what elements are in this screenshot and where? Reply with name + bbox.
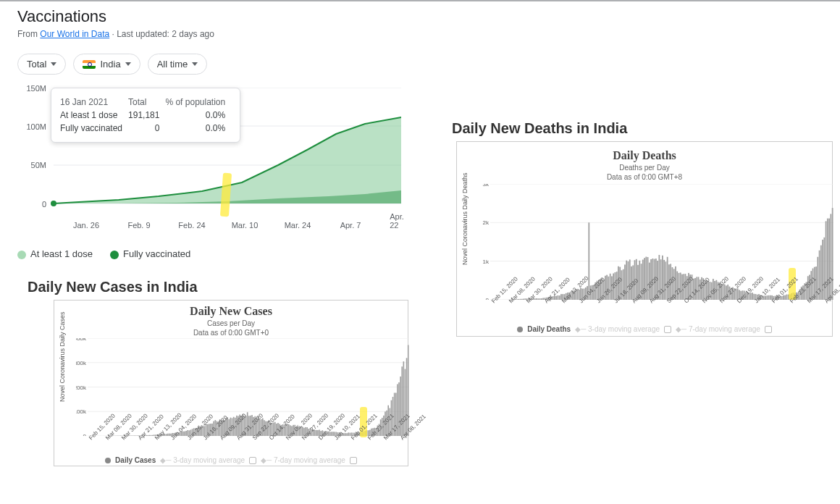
svg-rect-340	[667, 257, 668, 300]
svg-text:100k: 100k	[76, 408, 87, 415]
daily-cases-heading: Daily New Cases in India	[28, 279, 423, 295]
cases-legend-ma7: ◆─ 7-day moving average	[261, 456, 345, 464]
deaths-legend-main: Daily Deaths	[527, 325, 571, 333]
tooltip-row2-label: Fully vaccinated	[60, 122, 128, 135]
svg-rect-222	[406, 358, 408, 436]
x-tick: Apr. 22	[390, 212, 404, 230]
cases-legend-ma3-label: 3-day moving average	[173, 456, 245, 464]
legend-dose1-label: At least 1 dose	[30, 248, 93, 259]
checkbox-ma3[interactable]	[249, 457, 256, 464]
svg-rect-77	[184, 432, 185, 436]
svg-text:400k: 400k	[76, 338, 87, 342]
x-tick: Feb. 9	[127, 221, 150, 230]
chip-range[interactable]: All time	[148, 54, 208, 75]
vaccinations-chart[interactable]: 150M 100M 50M 0 Jan. 26 Feb. 9 Feb. 24 M…	[17, 88, 401, 232]
deaths-legend-ma7: ◆─ 7-day moving average	[676, 325, 760, 333]
svg-rect-55	[151, 435, 152, 436]
svg-text:1k: 1k	[483, 259, 490, 265]
cases-legend-ma7-label: 7-day moving average	[274, 456, 345, 464]
svg-rect-183	[346, 433, 348, 436]
chart-tooltip: 16 Jan 2021 Total % of population At lea…	[51, 88, 240, 143]
tooltip-row2-pct: 0.0%	[165, 122, 231, 135]
deaths-legend-ma3: ◆─ 3-day moving average	[575, 325, 660, 333]
svg-rect-338	[663, 260, 665, 300]
daily-cases-sub2: Data as of 0:00 GMT+0	[54, 329, 408, 337]
legend-dot-dose1	[17, 251, 26, 259]
svg-rect-173	[331, 432, 332, 436]
svg-text:2k: 2k	[483, 219, 490, 226]
vaccinations-source: From Our World in Data · Last updated: 2…	[17, 29, 416, 39]
svg-text:200k: 200k	[76, 385, 87, 391]
chip-total-label: Total	[27, 59, 46, 70]
legend-dose1: At least 1 dose	[17, 248, 93, 259]
window-border	[0, 0, 840, 1]
svg-rect-195	[365, 431, 366, 436]
x-tick: Mar. 24	[285, 221, 311, 230]
cases-legend-ma3: ◆─ 3-day moving average	[160, 456, 245, 464]
vaccinations-title: Vaccinations	[17, 7, 416, 26]
filter-chips: Total India All time	[17, 54, 416, 75]
cases-legend: Daily Cases ◆─ 3-day moving average ◆─ 7…	[54, 456, 408, 464]
svg-rect-223	[408, 345, 409, 436]
deaths-legend-ma7-label: 7-day moving average	[689, 325, 760, 333]
chevron-down-icon	[192, 62, 198, 66]
daily-cases-title: Daily New Cases	[54, 305, 408, 318]
deaths-x-labels: Feb 15, 2020Mar 08, 2020Mar 30, 2020Apr …	[479, 300, 833, 324]
svg-rect-53	[147, 435, 148, 436]
svg-rect-441	[832, 208, 833, 300]
svg-rect-54	[149, 435, 151, 436]
daily-deaths-sub2: Data as of 0:00 GMT+8	[457, 173, 832, 181]
legend-dot-icon	[517, 327, 523, 332]
chip-range-label: All time	[157, 59, 188, 70]
svg-rect-56	[152, 435, 154, 436]
india-flag-icon	[83, 60, 96, 69]
daily-cases-panel: Daily New Cases Cases per Day Data as of…	[54, 300, 408, 466]
tooltip-row1-pct: 0.0%	[165, 109, 231, 122]
tooltip-row2-total: 0	[128, 122, 165, 135]
legend-dot-full	[110, 251, 119, 259]
svg-rect-221	[405, 369, 406, 436]
checkbox-ma7[interactable]	[765, 326, 772, 333]
svg-rect-316	[628, 261, 629, 300]
chip-country-label: India	[100, 59, 120, 70]
last-updated-prefix: · Last updated:	[109, 29, 172, 39]
daily-deaths-heading: Daily New Deaths in India	[452, 120, 833, 137]
checkbox-ma7[interactable]	[350, 457, 357, 464]
last-updated: 2 days ago	[172, 29, 214, 39]
deaths-y-axis-label: Novel Coronavirus Daily Deaths	[461, 172, 469, 265]
x-tick: Mar. 10	[232, 221, 259, 230]
svg-rect-413	[786, 295, 788, 300]
vaccinations-legend: At least 1 dose Fully vaccinated	[17, 248, 416, 259]
svg-rect-45	[135, 435, 137, 436]
chip-total[interactable]: Total	[17, 54, 66, 75]
deaths-legend: Daily Deaths ◆─ 3-day moving average ◆─ …	[457, 325, 832, 333]
legend-full-label: Fully vaccinated	[123, 248, 190, 259]
cases-y-axis-label: Novel Coronavirus Daily Cases	[59, 311, 66, 402]
svg-rect-328	[647, 257, 649, 300]
x-tick: Feb. 24	[178, 221, 205, 230]
tooltip-date: 16 Jan 2021	[60, 96, 128, 109]
source-prefix: From	[17, 29, 40, 39]
chip-country[interactable]: India	[73, 54, 140, 75]
source-link[interactable]: Our World in Data	[40, 29, 109, 39]
daily-deaths-title: Daily Deaths	[457, 149, 832, 162]
svg-text:0: 0	[83, 433, 87, 436]
tooltip-col-pct: % of population	[165, 96, 231, 109]
legend-dot-icon	[105, 458, 111, 463]
svg-rect-317	[629, 259, 631, 300]
x-tick: Jan. 26	[73, 221, 99, 230]
svg-rect-65	[166, 434, 167, 436]
svg-rect-439	[828, 219, 830, 300]
vaccinations-panel: Vaccinations From Our World in Data · La…	[17, 7, 416, 259]
x-tick: Apr. 7	[340, 221, 361, 230]
daily-cases-section: Daily New Cases in India Daily New Cases…	[17, 279, 423, 504]
svg-rect-163	[316, 430, 317, 436]
daily-cases-sub1: Cases per Day	[54, 319, 408, 327]
deaths-legend-ma3-label: 3-day moving average	[588, 325, 660, 333]
chevron-down-icon	[125, 62, 131, 66]
series-start-dot	[51, 201, 56, 206]
daily-deaths-panel: Daily Deaths Deaths per Day Data as of 0…	[456, 141, 833, 337]
legend-full: Fully vaccinated	[110, 248, 190, 259]
checkbox-ma3[interactable]	[664, 326, 671, 333]
cases-x-labels: Feb 15, 2020Mar 08, 2020Mar 30, 2020Apr …	[76, 437, 409, 458]
